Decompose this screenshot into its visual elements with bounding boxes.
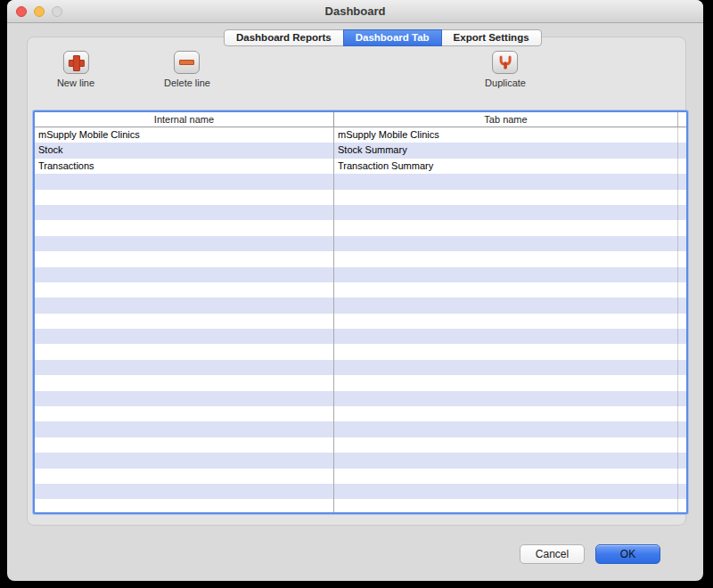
cell-internal-name[interactable]: mSupply Mobile Clinics xyxy=(35,127,334,143)
cell-tab-name[interactable]: Transaction Summary xyxy=(334,159,686,174)
delete-line-button[interactable]: Delete line xyxy=(164,51,210,88)
table-row[interactable] xyxy=(35,406,686,421)
table-row[interactable] xyxy=(35,437,686,453)
cell-tab-name[interactable] xyxy=(334,469,686,484)
cell-internal-name[interactable]: Transactions xyxy=(35,159,334,174)
minus-icon[interactable] xyxy=(174,51,200,74)
cell-tab-name[interactable] xyxy=(334,298,686,313)
cell-internal-name[interactable] xyxy=(35,391,334,406)
plus-icon[interactable] xyxy=(63,51,89,74)
cell-internal-name[interactable] xyxy=(35,329,334,344)
cell-tab-name[interactable] xyxy=(334,406,686,421)
cell-tab-name[interactable] xyxy=(334,391,686,406)
cell-internal-name[interactable] xyxy=(35,267,334,282)
tab-dashboard-tab[interactable]: Dashboard Tab xyxy=(343,29,442,46)
cell-internal-name[interactable] xyxy=(35,298,334,313)
cell-internal-name[interactable] xyxy=(35,190,334,205)
table-row[interactable] xyxy=(35,267,686,282)
close-button-icon[interactable] xyxy=(16,6,27,17)
table-row[interactable] xyxy=(35,391,686,406)
cell-internal-name[interactable] xyxy=(35,360,334,375)
cell-tab-name[interactable] xyxy=(334,437,686,453)
ok-button[interactable]: OK xyxy=(595,544,660,564)
dashboard-window: Dashboard Dashboard Reports Dashboard Ta… xyxy=(7,0,703,581)
cell-tab-name[interactable] xyxy=(334,375,686,390)
table-row[interactable] xyxy=(35,329,686,344)
table-row[interactable]: StockStock Summary xyxy=(35,143,686,158)
new-line-button[interactable]: New line xyxy=(57,51,94,88)
cell-internal-name[interactable] xyxy=(35,499,334,514)
minimize-button-icon[interactable] xyxy=(34,6,45,17)
cell-internal-name[interactable] xyxy=(35,174,334,189)
cell-tab-name[interactable] xyxy=(334,190,686,205)
cell-internal-name[interactable] xyxy=(35,375,334,390)
cell-tab-name[interactable] xyxy=(334,174,686,189)
table-row[interactable] xyxy=(35,314,686,329)
cell-tab-name[interactable] xyxy=(334,453,686,468)
cell-internal-name[interactable] xyxy=(35,469,334,484)
cell-internal-name[interactable] xyxy=(35,406,334,421)
tab-export-settings[interactable]: Export Settings xyxy=(441,29,542,46)
cell-internal-name[interactable] xyxy=(35,484,334,499)
cell-tab-name[interactable] xyxy=(334,421,686,437)
cell-tab-name[interactable] xyxy=(334,205,686,220)
cell-internal-name[interactable] xyxy=(35,453,334,468)
table-row[interactable] xyxy=(35,190,686,205)
cell-internal-name[interactable] xyxy=(35,220,334,235)
cell-internal-name[interactable]: Stock xyxy=(35,143,334,158)
table-header: Internal name Tab name xyxy=(35,112,686,127)
cell-internal-name[interactable] xyxy=(35,437,334,453)
cell-tab-name[interactable] xyxy=(334,267,686,282)
table-row[interactable] xyxy=(35,453,686,468)
table-row[interactable] xyxy=(35,469,686,484)
duplicate-button[interactable]: Duplicate xyxy=(485,51,526,88)
cell-tab-name[interactable] xyxy=(334,220,686,235)
zoom-button-icon xyxy=(52,6,62,17)
cancel-button[interactable]: Cancel xyxy=(520,544,585,564)
cell-internal-name[interactable] xyxy=(35,236,334,251)
cell-tab-name[interactable] xyxy=(334,314,686,329)
cell-internal-name[interactable] xyxy=(35,205,334,220)
table-row[interactable] xyxy=(35,251,686,266)
table-row[interactable]: TransactionsTransaction Summary xyxy=(35,159,686,174)
table-row[interactable] xyxy=(35,344,686,359)
cell-internal-name[interactable] xyxy=(35,251,334,266)
table-row[interactable] xyxy=(35,236,686,251)
tab-bar: Dashboard Reports Dashboard Tab Export S… xyxy=(224,29,542,46)
table-row[interactable] xyxy=(35,298,686,313)
cell-internal-name[interactable] xyxy=(35,344,334,359)
cell-tab-name[interactable] xyxy=(334,282,686,298)
cell-tab-name[interactable] xyxy=(334,484,686,499)
cell-internal-name[interactable] xyxy=(35,314,334,329)
cell-tab-name[interactable] xyxy=(334,251,686,266)
table-body: mSupply Mobile ClinicsmSupply Mobile Cli… xyxy=(35,127,686,514)
cell-tab-name[interactable]: Stock Summary xyxy=(334,143,686,158)
cell-internal-name[interactable] xyxy=(35,421,334,437)
table-row[interactable]: mSupply Mobile ClinicsmSupply Mobile Cli… xyxy=(35,127,686,143)
table-row[interactable] xyxy=(35,282,686,298)
cell-tab-name[interactable] xyxy=(334,236,686,251)
cell-tab-name[interactable]: mSupply Mobile Clinics xyxy=(334,127,686,143)
column-header-sliver xyxy=(678,112,686,127)
duplicate-label: Duplicate xyxy=(485,78,526,88)
cell-tab-name[interactable] xyxy=(334,344,686,359)
table-row[interactable] xyxy=(35,421,686,437)
table-row[interactable] xyxy=(35,174,686,189)
table-row[interactable] xyxy=(35,484,686,499)
cell-tab-name[interactable] xyxy=(334,360,686,375)
cell-internal-name[interactable] xyxy=(35,282,334,298)
dashboard-tabs-table[interactable]: Internal name Tab name mSupply Mobile Cl… xyxy=(33,110,688,514)
duplicate-merge-icon[interactable] xyxy=(492,51,518,74)
table-row[interactable] xyxy=(35,220,686,235)
tab-dashboard-reports[interactable]: Dashboard Reports xyxy=(224,29,344,46)
table-row[interactable] xyxy=(35,205,686,220)
table-row[interactable] xyxy=(35,375,686,390)
cell-tab-name[interactable] xyxy=(334,499,686,514)
column-header-internal-name[interactable]: Internal name xyxy=(35,112,334,127)
column-header-tab-name[interactable]: Tab name xyxy=(334,112,678,127)
table-right-divider xyxy=(677,112,678,512)
cell-tab-name[interactable] xyxy=(334,329,686,344)
table-row[interactable] xyxy=(35,360,686,375)
window-title: Dashboard xyxy=(7,0,703,23)
table-row[interactable] xyxy=(35,499,686,514)
